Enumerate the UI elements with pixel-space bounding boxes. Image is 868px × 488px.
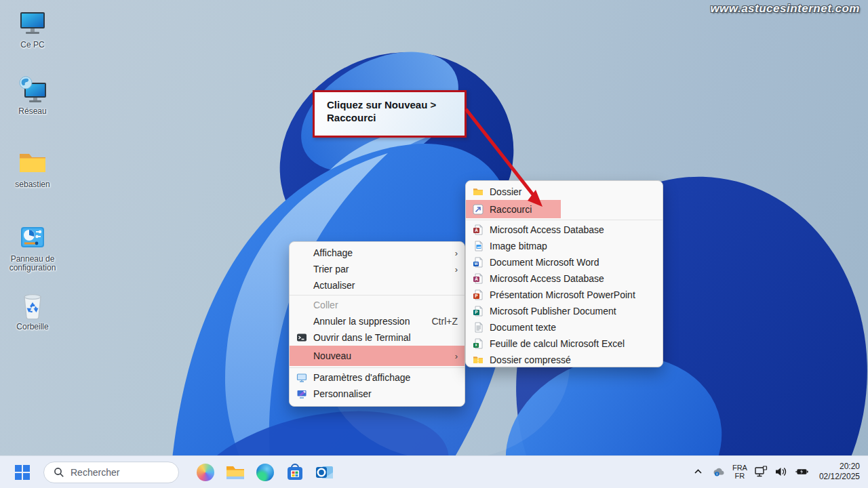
submenu-item-raccourci[interactable]: Raccourci	[466, 200, 663, 218]
battery-charging-icon[interactable]	[795, 465, 808, 479]
tray-time: 20:20	[819, 462, 860, 472]
search-input[interactable]: Rechercher	[43, 462, 179, 483]
context-menu-item-affichage[interactable]: Affichage›	[290, 245, 465, 261]
menu-item-label: Dossier compressé	[490, 354, 656, 365]
menu-item-label: Ouvrir dans le Terminal	[313, 332, 458, 343]
personalize-icon	[296, 388, 307, 399]
annotation-line2: Raccourci	[327, 111, 459, 124]
menu-item-label: Actualiser	[313, 280, 458, 291]
file-explorer-taskbar-button[interactable]	[225, 462, 245, 483]
menu-item-label: Annuler la suppression	[313, 316, 424, 327]
desktop-icon-user-folder[interactable]: sebastien	[5, 148, 60, 189]
submenu-item-dossier[interactable]: Dossier	[466, 184, 663, 200]
submenu-item-document-microsoft-word[interactable]: WDocument Microsoft Word	[466, 254, 663, 270]
context-menu-item-coller: Coller	[290, 297, 465, 313]
menu-item-label: Trier par	[313, 264, 450, 274]
taskbar: Rechercher i FRA FR	[0, 455, 868, 488]
submenu-item-image-bitmap[interactable]: Image bitmap	[466, 238, 663, 254]
menu-item-label: Présentation Microsoft PowerPoint	[490, 289, 656, 300]
access-alt-icon: A	[473, 273, 484, 284]
outlook-taskbar-button[interactable]	[315, 462, 335, 483]
access-icon: A	[473, 224, 484, 235]
folder-large-icon	[18, 148, 47, 178]
folder-icon	[473, 186, 484, 197]
context-menu-item-ouvrir-dans-le-terminal[interactable]: Ouvrir dans le Terminal	[290, 329, 465, 346]
network-icon	[18, 75, 47, 104]
menu-item-label: Paramètres d'affichage	[313, 372, 458, 383]
menu-item-label: Image bitmap	[490, 241, 656, 251]
desktop-icon-this-pc[interactable]: Ce PC	[5, 8, 60, 49]
svg-text:X: X	[475, 343, 477, 347]
language-line2: FR	[732, 472, 747, 480]
recycle-bin-icon	[18, 290, 47, 320]
file-explorer-icon	[226, 464, 245, 481]
desktop-icon-network[interactable]: Réseau	[5, 75, 60, 116]
copilot-taskbar-button[interactable]	[195, 462, 216, 483]
edge-icon	[256, 464, 274, 481]
control-panel-icon	[18, 222, 47, 252]
desktop-icon-label: sebastien	[15, 180, 50, 189]
submenu-item-pr-sentation-microsoft-powerpoint[interactable]: PPrésentation Microsoft PowerPoint	[466, 287, 663, 303]
annotation-line1: Cliquez sur Nouveau >	[327, 98, 459, 111]
submenu-item-microsoft-access-database[interactable]: AMicrosoft Access Database	[466, 222, 663, 238]
context-menu-item-param-tres-d-affichage[interactable]: Paramètres d'affichage	[290, 369, 465, 386]
context-menu-item-annuler-la-suppression[interactable]: Annuler la suppressionCtrl+Z	[290, 313, 465, 329]
svg-text:P: P	[475, 310, 478, 314]
copilot-icon	[197, 464, 214, 481]
outlook-icon	[315, 464, 334, 481]
network-icon[interactable]	[754, 465, 768, 479]
menu-item-label: Feuille de calcul Microsoft Excel	[490, 338, 656, 349]
tray-date: 02/12/2025	[819, 472, 860, 482]
svg-text:A: A	[475, 228, 478, 232]
menu-item-label: Document texte	[490, 322, 656, 333]
submenu-item-microsoft-publisher-document[interactable]: PMicrosoft Publisher Document	[466, 303, 663, 319]
desktop-icon-control-panel[interactable]: Panneau de configuration	[5, 222, 60, 272]
context-menu-item-personnaliser[interactable]: Personnaliser	[290, 386, 465, 402]
submenu-item-dossier-compress-[interactable]: Dossier compressé	[466, 352, 663, 367]
submenu-item-document-texte[interactable]: Document texte	[466, 319, 663, 336]
menu-item-label: Microsoft Access Database	[490, 273, 656, 284]
onedrive-icon[interactable]: i	[712, 465, 726, 479]
search-icon	[54, 467, 64, 478]
new-submenu: DossierRaccourciAMicrosoft Access Databa…	[465, 180, 663, 367]
desktop-icon-label: Ce PC	[20, 41, 44, 49]
menu-item-shortcut: Ctrl+Z	[432, 316, 458, 327]
language-indicator[interactable]: FRA FR	[732, 464, 747, 480]
text-doc-icon	[473, 322, 484, 333]
context-menu-item-actualiser[interactable]: Actualiser	[290, 277, 465, 293]
word-icon: W	[473, 257, 484, 268]
chevron-right-icon: ›	[455, 264, 458, 274]
desktop-icon-label: Panneau de configuration	[5, 255, 60, 272]
menu-item-label: Microsoft Access Database	[490, 224, 656, 235]
submenu-item-feuille-de-calcul-microsoft-excel[interactable]: XFeuille de calcul Microsoft Excel	[466, 336, 663, 352]
submenu-item-microsoft-access-database[interactable]: AMicrosoft Access Database	[466, 270, 663, 287]
publisher-icon: P	[473, 306, 484, 317]
terminal-icon	[296, 332, 307, 343]
menu-item-label: Document Microsoft Word	[490, 257, 656, 268]
store-taskbar-button[interactable]	[285, 462, 305, 483]
annotation-callout: Cliquez sur Nouveau > Raccourci	[313, 90, 467, 138]
chevron-right-icon: ›	[455, 248, 458, 258]
context-menu-item-trier-par[interactable]: Trier par›	[290, 261, 465, 277]
svg-text:A: A	[475, 277, 478, 281]
start-button[interactable]	[12, 462, 33, 483]
powerpoint-icon: P	[473, 289, 484, 300]
menu-item-label: Raccourci	[490, 204, 656, 215]
menu-item-label: Personnaliser	[313, 388, 458, 399]
desktop: www.astucesinternet.com Ce PCRéseausebas…	[0, 0, 868, 488]
edge-taskbar-button[interactable]	[255, 462, 275, 483]
store-icon	[286, 464, 304, 481]
search-placeholder: Rechercher	[71, 467, 119, 478]
desktop-icon-label: Réseau	[18, 107, 46, 116]
context-menu-item-nouveau[interactable]: Nouveau›	[290, 346, 465, 366]
watermark: www.astucesinternet.com	[710, 2, 860, 16]
menu-item-label: Microsoft Publisher Document	[490, 306, 656, 317]
volume-icon[interactable]	[774, 465, 788, 479]
clock[interactable]: 20:20 02/12/2025	[819, 462, 860, 482]
bitmap-icon	[473, 241, 484, 251]
menu-item-label: Dossier	[490, 186, 656, 197]
desktop-icon-recycle-bin[interactable]: Corbeille	[5, 290, 60, 331]
menu-item-label: Coller	[313, 300, 458, 310]
tray-chevron-up-icon[interactable]	[692, 465, 705, 479]
desktop-context-menu: Affichage›Trier par›ActualiserCollerAnnu…	[289, 241, 465, 407]
